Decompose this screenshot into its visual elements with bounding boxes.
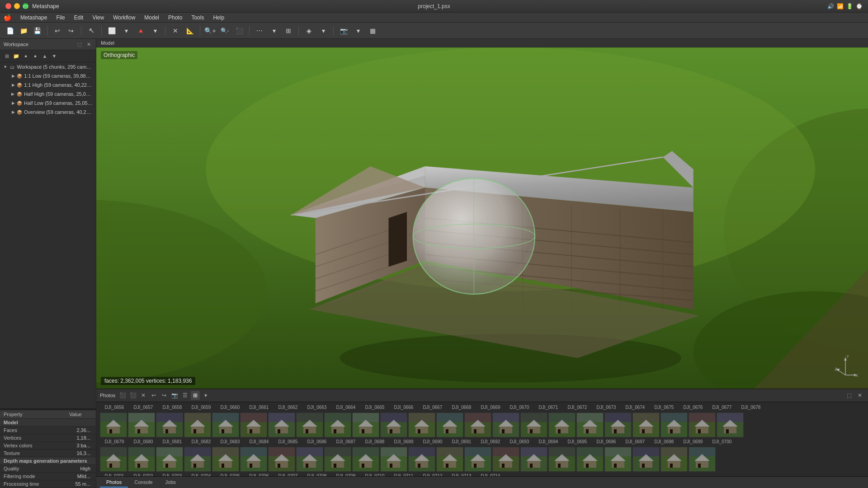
view-dropdown-button[interactable]: ▾ — [120, 24, 132, 37]
zoom-in-button[interactable]: 🔍+ — [204, 24, 217, 37]
sidebar-icon-expand[interactable]: ⬚ — [76, 41, 83, 48]
photo-thumb[interactable] — [548, 447, 576, 472]
points-dropdown-button[interactable]: ▾ — [268, 24, 280, 37]
tab-photos[interactable]: Photos — [100, 478, 128, 488]
new-button[interactable]: 📄 — [4, 24, 16, 37]
menu-edit[interactable]: Edit — [71, 14, 87, 22]
tab-jobs[interactable]: Jobs — [159, 478, 182, 488]
photo-thumb[interactable] — [660, 447, 688, 472]
photo-thumb[interactable] — [184, 413, 211, 437]
photo-thumb[interactable] — [128, 447, 155, 472]
apple-icon[interactable]: 🍎 — [4, 14, 11, 21]
points-button[interactable]: ⋯ — [253, 24, 266, 37]
photo-thumb[interactable] — [660, 413, 688, 437]
photo-thumb[interactable] — [352, 413, 379, 437]
menu-photo[interactable]: Photo — [165, 14, 186, 22]
photo-thumb[interactable] — [408, 447, 435, 472]
photo-thumb[interactable] — [576, 447, 604, 472]
photo-thumb[interactable] — [156, 413, 183, 437]
tree-item-workspace[interactable]: ▼ 🗂 Workspace (5 chunks, 295 cameras) — [0, 62, 96, 71]
ws-icon-folder[interactable]: 📁 — [12, 52, 20, 60]
ws-icon-down[interactable]: ▼ — [50, 52, 58, 60]
photo-thumb[interactable] — [604, 413, 632, 437]
photos-icon-dropdown[interactable]: ▾ — [201, 391, 210, 400]
tree-item-chunk-0[interactable]: ▶ 📦 1:1 Low (59 cameras, 39,889 points) — [0, 71, 96, 80]
tab-console[interactable]: Console — [128, 478, 159, 488]
close-button[interactable] — [5, 3, 11, 9]
photo-thumb[interactable] — [156, 447, 183, 472]
photos-icon-list[interactable]: ☰ — [180, 391, 189, 400]
tree-item-chunk-4[interactable]: ▶ 📦 Overview (59 cameras, 40,227 poin... — [0, 108, 96, 117]
ws-icon-remove[interactable]: ● — [31, 52, 39, 60]
photo-thumb[interactable] — [352, 447, 379, 472]
menu-help[interactable]: Help — [209, 14, 228, 22]
menu-file[interactable]: File — [52, 14, 68, 22]
select-button[interactable]: ↖ — [85, 24, 98, 37]
viewport[interactable]: Orthographic faces: 2,362,005 vertices: … — [96, 47, 868, 389]
photo-thumb[interactable] — [212, 447, 239, 472]
photo-thumb[interactable] — [689, 413, 716, 437]
photo-thumb[interactable] — [100, 413, 127, 437]
tree-item-chunk-3[interactable]: ▶ 📦 Half Low (59 cameras, 25,051 points) — [0, 99, 96, 108]
menu-view[interactable]: View — [89, 14, 108, 22]
redo-button[interactable]: ↪ — [65, 24, 77, 37]
shading-dropdown-button[interactable]: ▾ — [149, 24, 161, 37]
photo-thumb[interactable] — [268, 447, 295, 472]
menu-tools[interactable]: Tools — [188, 14, 208, 22]
light-button[interactable]: ◈ — [302, 24, 315, 37]
photos-icon-grid[interactable]: ⊞ — [191, 391, 200, 400]
photo-thumb[interactable] — [324, 447, 351, 472]
sidebar-icon-close[interactable]: ✕ — [85, 41, 92, 48]
photo-thumb[interactable] — [492, 413, 519, 437]
photos-icon-4[interactable]: ↩ — [149, 391, 158, 400]
photo-thumb[interactable] — [520, 447, 547, 472]
photo-thumb[interactable] — [520, 413, 547, 437]
photo-thumb[interactable] — [296, 413, 323, 437]
zoom-out-button[interactable]: 🔍- — [218, 24, 231, 37]
photos-icon-2[interactable]: ⬛ — [128, 391, 137, 400]
photo-thumb[interactable] — [240, 447, 267, 472]
photo-thumb[interactable] — [689, 447, 716, 472]
photo-thumb[interactable] — [717, 413, 744, 437]
grid-button[interactable]: ⊞ — [282, 24, 295, 37]
photo-thumb[interactable] — [240, 413, 267, 437]
tree-container[interactable]: ▼ 🗂 Workspace (5 chunks, 295 cameras) ▶ … — [0, 62, 96, 408]
photo-thumb[interactable] — [296, 447, 323, 472]
photos-expand-icon[interactable]: ⬚ — [844, 391, 854, 400]
tree-item-chunk-1[interactable]: ▶ 📦 1:1 High (59 cameras, 40,227 points) — [0, 80, 96, 89]
camera-button[interactable]: 📷 — [337, 24, 350, 37]
photo-thumb[interactable] — [464, 413, 491, 437]
menu-workflow[interactable]: Workflow — [109, 14, 139, 22]
photo-thumb[interactable] — [632, 447, 660, 472]
shading-button[interactable]: 🔺 — [134, 24, 147, 37]
open-button[interactable]: 📁 — [17, 24, 30, 37]
fit-view-button[interactable]: ⬛ — [233, 24, 245, 37]
cancel-button[interactable]: ✕ — [169, 24, 182, 37]
camera-dropdown-button[interactable]: ▾ — [352, 24, 364, 37]
photo-thumb[interactable] — [128, 413, 155, 437]
photo-thumb[interactable] — [212, 413, 239, 437]
photo-thumb[interactable] — [576, 413, 604, 437]
photo-thumb[interactable] — [100, 447, 127, 472]
photo-thumb[interactable] — [464, 447, 491, 472]
photo-thumb[interactable] — [184, 447, 211, 472]
photo-thumb[interactable] — [492, 447, 519, 472]
photo-thumb[interactable] — [408, 413, 435, 437]
ws-icon-up[interactable]: ▲ — [41, 52, 49, 60]
light-dropdown-button[interactable]: ▾ — [317, 24, 330, 37]
render-button[interactable]: ▦ — [366, 24, 379, 37]
photos-icon-3[interactable]: ✕ — [139, 391, 148, 400]
ws-icon-add[interactable]: ● — [22, 52, 30, 60]
photo-thumb[interactable] — [380, 413, 407, 437]
photos-icon-camera[interactable]: 📷 — [170, 391, 179, 400]
photo-thumb[interactable] — [380, 447, 407, 472]
undo-button[interactable]: ↩ — [51, 24, 64, 37]
photos-icon-5[interactable]: ↪ — [160, 391, 169, 400]
photos-close-icon[interactable]: ✕ — [855, 391, 864, 400]
view-mode-button[interactable]: ⬜ — [105, 24, 118, 37]
tree-item-chunk-2[interactable]: ▶ 📦 Half High (59 cameras, 25,003 points… — [0, 89, 96, 99]
menu-model[interactable]: Model — [141, 14, 163, 22]
photo-thumb[interactable] — [436, 447, 463, 472]
photo-thumb[interactable] — [436, 413, 463, 437]
minimize-button[interactable] — [14, 3, 20, 9]
